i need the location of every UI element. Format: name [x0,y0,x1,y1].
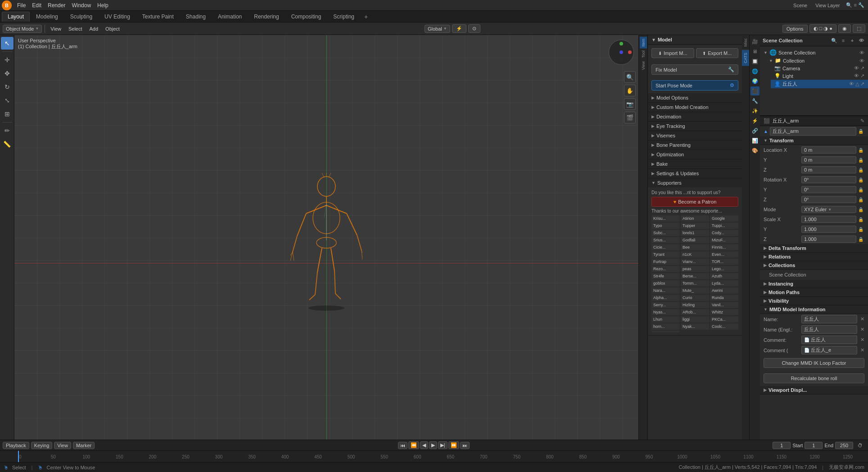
loc-x-lock[interactable]: 🔒 [858,148,864,153]
playback-menu[interactable]: Playback [3,442,29,449]
options-btn[interactable]: Options [782,25,808,33]
rot-mode-lock[interactable]: 🔒 [858,207,864,212]
view-layer-props-icon[interactable]: 🔲 [750,57,760,66]
tab-sculpting[interactable]: Sculpting [64,12,98,21]
rot-x-lock[interactable]: 🔒 [858,177,864,182]
menu-window[interactable]: Window [69,1,94,9]
rot-y-lock[interactable]: 🔒 [858,187,864,192]
transform-section-title[interactable]: ▼ Transform [760,136,868,145]
snap-btn[interactable]: ⚡ [452,24,466,33]
end-frame-field[interactable]: 250 [835,442,853,449]
char-vis-icon[interactable]: 👁 [849,81,854,87]
rot-z-lock[interactable]: 🔒 [858,197,864,202]
mmd-eng-clear-icon[interactable]: ✕ [860,327,864,332]
current-frame-field[interactable]: 1 [773,442,791,449]
view-timeline-menu[interactable]: View [54,442,71,449]
mmd-comment-c-field[interactable]: 📄 丘丘人_e [801,346,857,354]
playhead[interactable] [18,451,19,463]
loc-z-field[interactable]: 0 m [801,166,856,173]
tree-item-camera[interactable]: 📷 Camera 👁 ↗ [771,64,868,72]
particle-props-icon[interactable]: ✨ [750,106,760,115]
tab-shading[interactable]: Shading [180,12,212,21]
section-settings-header[interactable]: ▶ Settings & Updates [648,169,742,178]
object-props-icon[interactable]: ⬛ [750,86,760,95]
tab-rendering[interactable]: Rendering [248,12,285,21]
loc-z-lock[interactable]: 🔒 [858,168,864,172]
light-sel-icon[interactable]: ↗ [860,73,864,79]
loc-x-field[interactable]: 0 m [801,146,856,154]
patron-btn[interactable]: ♥ Become a Patron [651,197,738,207]
material-props-icon[interactable]: 🎨 [750,146,760,155]
overlay-btn[interactable]: ◉ [838,24,851,33]
nav-gizmo[interactable]: Y [609,40,636,67]
tab-scripting[interactable]: Scripting [327,12,360,21]
coll-filter-btn[interactable]: 🔍 [830,36,838,45]
loc-y-lock[interactable]: 🔒 [858,158,864,163]
camera-sel-icon[interactable]: ↗ [860,65,864,71]
cats-label[interactable]: CATS [742,50,749,66]
tab-compositing[interactable]: Compositing [285,12,327,21]
relations-title[interactable]: ▶ Relations [760,253,868,261]
main-viewport[interactable]: User Perspective (1) Collection | 丘丘人_ar… [14,35,638,449]
tab-animation[interactable]: Animation [212,12,248,21]
mmd-bone-btn[interactable]: Recalculate bone roll [764,373,864,383]
viewport-shading-btns[interactable]: ◐ □ ◑ ● [809,24,836,33]
mode-dropdown[interactable]: Object Mode ▼ [3,25,42,33]
world-props-icon[interactable]: 🌍 [750,77,760,86]
cats-collapse-icon[interactable]: ▼ [651,37,656,42]
object-menu[interactable]: Object [103,25,122,32]
tab-uv-editing[interactable]: UV Editing [99,12,136,21]
instancing-title[interactable]: ▶ Instancing [760,280,868,288]
mmd-comment-field[interactable]: 📄 丘丘人 [801,336,857,344]
rotate-tool-btn[interactable]: ↻ [1,81,14,93]
keying-menu[interactable]: Keying [31,442,53,449]
rotation-mode-dropdown[interactable]: XYZ Euler ▼ [801,206,856,213]
scene-btn[interactable]: 🎬 [624,112,636,123]
cursor-tool-btn[interactable]: ✛ [1,54,14,66]
section-bake-header[interactable]: ▶ Bake [648,159,742,168]
mmd-comment-clear-icon[interactable]: ✕ [860,337,864,343]
add-workspace-btn[interactable]: + [361,12,371,21]
play-btn[interactable]: ▶ [429,441,437,449]
annotate-btn[interactable]: ✏ [1,124,14,137]
data-name-lock[interactable]: 🔒 [858,129,864,134]
supporters-header[interactable]: ▼ Supporters [648,178,742,187]
timeline-bar[interactable]: 0 50 100 150 200 250 300 350 400 450 500… [0,451,868,463]
section-model-options-header[interactable]: ▶ Model Options [648,93,742,102]
jump-forward-btn[interactable]: ⏩ [448,441,459,449]
goto-end-btn[interactable]: ⏭ [460,442,470,449]
physics-props-icon[interactable]: ⚡ [750,116,760,125]
select-tool-btn[interactable]: ↖ [1,37,14,50]
constraints-props-icon[interactable]: 🔗 [750,126,760,135]
add-menu[interactable]: Add [87,25,101,32]
mmd-info-title[interactable]: ▼ MMD Model Information [760,305,868,314]
export-btn[interactable]: ⬆ Export M... [696,48,739,58]
start-pose-btn[interactable]: Start Pose Mode ⚙ [651,80,738,91]
section-decimation-header[interactable]: ▶ Decimation [648,112,742,121]
transform-tool-btn[interactable]: ⊞ [1,108,14,120]
mmd-ik-btn[interactable]: Change MMD IK Loop Factor [764,358,864,368]
output-props-icon[interactable]: 🖥 [750,47,760,56]
light-vis-icon[interactable]: 👁 [854,73,859,79]
item-label[interactable]: Item [640,37,647,49]
scale-y-field[interactable]: 1.000 [801,226,856,233]
char-tri-icon[interactable]: △ [855,81,859,87]
data-props-icon[interactable]: 📊 [750,136,760,145]
fix-model-btn[interactable]: Fix Model 🔧 [651,64,738,75]
visibility-title[interactable]: ▶ Visibility [760,297,868,305]
section-optimization-header[interactable]: ▶ Optimization [648,150,742,159]
measure-btn[interactable]: 📏 [1,138,14,150]
coll-options-btn[interactable]: ≡ [839,36,847,45]
scale-y-lock[interactable]: 🔒 [858,227,864,232]
rot-y-field[interactable]: 0° [801,186,856,193]
delta-transform-title[interactable]: ▶ Delta Transform [760,244,868,253]
blender-logo[interactable]: B [2,0,12,10]
scale-z-lock[interactable]: 🔒 [858,237,864,242]
move-tool-btn[interactable]: ✥ [1,67,14,80]
tree-item-light[interactable]: 💡 Light 👁 ↗ [771,72,868,80]
view-label-side[interactable]: View [640,59,647,72]
mmd-comment-c-clear-icon[interactable]: ✕ [860,347,864,353]
scale-x-field[interactable]: 1.000 [801,216,856,223]
menu-help[interactable]: Help [95,1,111,9]
jump-back-btn[interactable]: ⏪ [408,441,419,449]
